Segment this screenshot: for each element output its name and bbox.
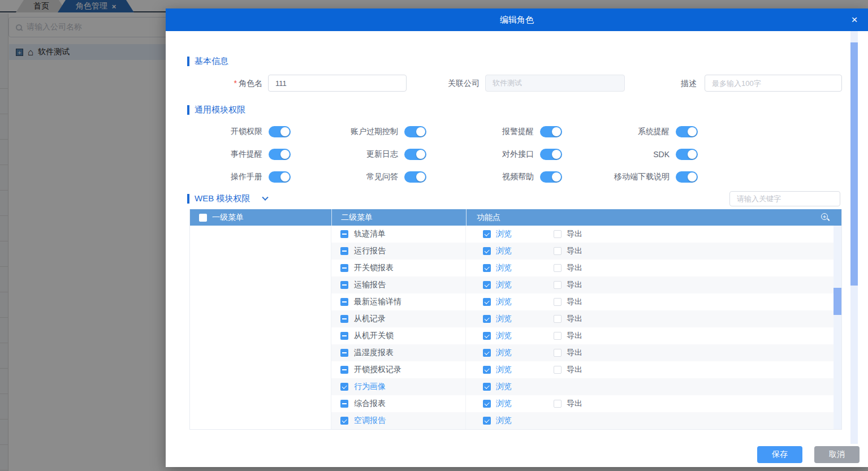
toggle-switch[interactable] (540, 171, 562, 183)
close-icon[interactable]: × (849, 14, 860, 25)
menu-checkbox[interactable] (340, 400, 348, 408)
perm-checkbox[interactable] (483, 247, 491, 255)
menu-label: 运行报告 (354, 246, 386, 256)
menu-checkbox[interactable] (340, 417, 348, 425)
second-level-cell: 轨迹清单 (331, 226, 466, 243)
perm-checkbox[interactable] (483, 349, 491, 357)
toggle-switch[interactable] (676, 171, 698, 183)
menu-checkbox[interactable] (340, 247, 348, 255)
menu-checkbox[interactable] (340, 264, 348, 272)
function-cell: 浏览导出 (466, 276, 841, 293)
toggle-switch[interactable] (269, 171, 291, 183)
toggle-switch[interactable] (404, 171, 426, 183)
modal-scrollbar-track[interactable] (850, 31, 858, 444)
function-item: 导出 (554, 263, 624, 273)
table-row: 开关锁报表浏览导出 (190, 260, 841, 276)
table-scrollbar-track[interactable] (834, 226, 841, 429)
perm-checkbox[interactable] (554, 298, 562, 306)
table-row: 运行报告浏览导出 (190, 243, 841, 260)
toggle-switch[interactable] (269, 126, 291, 137)
toggle-label: SDK (653, 150, 670, 159)
perm-checkbox[interactable] (483, 281, 491, 289)
menu-checkbox[interactable] (340, 230, 348, 238)
function-cell: 浏览导出 (466, 243, 841, 260)
menu-checkbox[interactable] (340, 349, 348, 357)
first-level-header-label: 一级菜单 (212, 213, 244, 223)
description-label: 描述 (665, 75, 697, 92)
second-level-cell: 开锁授权记录 (331, 361, 466, 378)
keyword-search-input[interactable] (729, 191, 840, 206)
second-level-cell: 行为画像 (331, 378, 466, 395)
toggle-label: 系统提醒 (638, 127, 670, 137)
perm-checkbox[interactable] (554, 230, 562, 238)
toggle-switch[interactable] (269, 149, 291, 160)
section-bar (187, 57, 189, 66)
toggle-cell: 更新日志 (323, 143, 459, 166)
save-button[interactable]: 保存 (757, 446, 802, 463)
perm-label: 浏览 (496, 263, 512, 273)
toggle-cell: 常见问答 (323, 166, 459, 188)
menu-checkbox[interactable] (340, 332, 348, 340)
menu-checkbox[interactable] (340, 315, 348, 323)
cancel-button[interactable]: 取消 (814, 446, 860, 463)
function-item: 浏览 (483, 229, 554, 239)
perm-checkbox[interactable] (483, 264, 491, 272)
perm-label: 导出 (567, 365, 582, 375)
toggle-switch[interactable] (404, 149, 426, 160)
first-level-cell (190, 243, 331, 260)
toggle-switch[interactable] (676, 149, 698, 160)
perm-checkbox[interactable] (483, 230, 491, 238)
description-field[interactable] (705, 75, 842, 92)
perm-checkbox[interactable] (483, 332, 491, 340)
first-level-cell (190, 226, 331, 243)
toggle-switch[interactable] (540, 126, 562, 137)
table-header: 一级菜单 二级菜单 功能点 (190, 209, 841, 226)
second-level-cell: 运行报告 (331, 243, 466, 260)
function-header-cell: 功能点 (466, 209, 841, 226)
perm-checkbox[interactable] (554, 400, 562, 408)
select-all-checkbox[interactable] (199, 214, 207, 222)
perm-checkbox[interactable] (554, 349, 562, 357)
perm-checkbox[interactable] (554, 247, 562, 255)
perm-checkbox[interactable] (554, 281, 562, 289)
role-name-field[interactable] (268, 75, 407, 92)
perm-checkbox[interactable] (483, 315, 491, 323)
perm-checkbox[interactable] (554, 264, 562, 272)
menu-label: 轨迹清单 (354, 229, 386, 239)
perm-checkbox[interactable] (483, 298, 491, 306)
second-level-cell: 最新运输详情 (331, 293, 466, 310)
toggle-switch[interactable] (540, 149, 562, 160)
toggle-label: 账户过期控制 (351, 127, 398, 137)
chevron-down-icon[interactable] (262, 194, 269, 200)
toggle-label: 移动端下载说明 (614, 172, 670, 182)
perm-checkbox[interactable] (554, 366, 562, 374)
zoom-in-icon[interactable] (821, 213, 828, 220)
basic-info-section-title: 基本信息 (187, 56, 228, 67)
second-level-cell: 温湿度报表 (331, 344, 466, 361)
perm-label: 导出 (567, 399, 582, 409)
perm-label: 导出 (567, 331, 582, 341)
perm-label: 导出 (567, 229, 582, 239)
toggle-cell: 账户过期控制 (323, 120, 459, 143)
perm-checkbox[interactable] (483, 383, 491, 391)
perm-checkbox[interactable] (554, 332, 562, 340)
menu-checkbox[interactable] (340, 366, 348, 374)
function-item: 浏览 (483, 416, 554, 426)
toggle-cell: 操作手册 (187, 166, 323, 188)
toggle-switch[interactable] (676, 126, 698, 137)
table-row: 最新运输详情浏览导出 (190, 293, 841, 310)
perm-checkbox[interactable] (483, 400, 491, 408)
perm-checkbox[interactable] (483, 417, 491, 425)
toggle-switch[interactable] (404, 126, 426, 137)
perm-checkbox[interactable] (483, 366, 491, 374)
menu-checkbox[interactable] (340, 383, 348, 391)
perm-label: 导出 (567, 280, 582, 290)
modal-scrollbar-thumb[interactable] (850, 42, 858, 286)
table-scrollbar-thumb[interactable] (834, 288, 841, 315)
menu-checkbox[interactable] (340, 298, 348, 306)
company-label: 关联公司 (447, 75, 480, 92)
permissions-table: 一级菜单 二级菜单 功能点 轨迹清单浏览导出运行报告浏览导出开关锁报表浏览导出运… (189, 209, 842, 430)
function-header-label: 功能点 (477, 213, 500, 223)
menu-checkbox[interactable] (340, 281, 348, 289)
perm-checkbox[interactable] (554, 315, 562, 323)
